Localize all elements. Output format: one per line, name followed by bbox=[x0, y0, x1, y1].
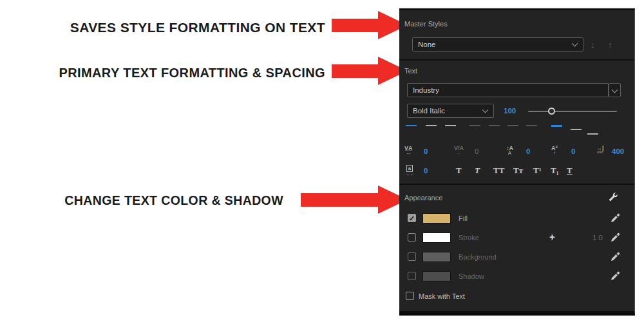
section-divider bbox=[399, 59, 634, 61]
font-family-value: Industry bbox=[413, 86, 439, 94]
tab-width-icon[interactable]: →|ᵐᵐ bbox=[596, 146, 604, 155]
tutorial-image: SAVES STYLE FORMATTING ON TEXT PRIMARY T… bbox=[0, 0, 644, 322]
background-checkbox[interactable] bbox=[408, 252, 416, 261]
faux-italic-button[interactable]: T bbox=[475, 166, 480, 176]
justify-last-right-icon[interactable] bbox=[507, 125, 518, 134]
chevron-down-icon bbox=[482, 107, 489, 113]
justify-last-center-icon[interactable] bbox=[489, 125, 500, 134]
annotation-text-formatting: PRIMARY TEXT FORMATTING & SPACING bbox=[0, 66, 325, 80]
section-divider bbox=[399, 184, 634, 185]
kerning-value: 0 bbox=[475, 147, 478, 155]
shadow-checkbox[interactable] bbox=[408, 272, 416, 280]
background-color-swatch[interactable] bbox=[422, 252, 451, 262]
push-style-up-icon[interactable]: ↑ bbox=[608, 40, 612, 50]
essential-graphics-panel: Master Styles None ↓ ↑ Text Industry Bol… bbox=[399, 8, 635, 316]
small-caps-button[interactable]: Tᴛ bbox=[513, 166, 523, 176]
kerning-icon: V/A← bbox=[454, 146, 464, 155]
eyedropper-icon[interactable] bbox=[611, 270, 620, 281]
font-style-value: Bold Italic bbox=[413, 107, 445, 115]
font-size-slider-handle[interactable] bbox=[548, 108, 555, 115]
stroke-checkbox[interactable] bbox=[408, 233, 416, 242]
appearance-section-label: Appearance bbox=[404, 194, 442, 202]
vertical-top-icon[interactable] bbox=[551, 125, 562, 134]
baseline-shift-icon[interactable]: Aª↑ bbox=[551, 146, 558, 155]
font-size-slider[interactable] bbox=[528, 111, 617, 112]
align-right-icon[interactable] bbox=[445, 125, 456, 134]
tracking-value[interactable]: 0 bbox=[424, 147, 428, 155]
mask-with-text-checkbox[interactable] bbox=[406, 292, 414, 300]
add-stroke-button[interactable]: + bbox=[549, 231, 555, 242]
leading-icon[interactable]: ↕AA bbox=[506, 146, 513, 155]
underline-button[interactable]: T bbox=[567, 166, 573, 176]
annotation-master-styles: SAVES STYLE FORMATTING ON TEXT bbox=[0, 20, 325, 35]
stroke-color-swatch[interactable] bbox=[422, 232, 451, 243]
baseline-shift-value[interactable]: 0 bbox=[571, 147, 575, 155]
chevron-down-icon bbox=[572, 41, 578, 47]
master-styles-section-label: Master Styles bbox=[404, 20, 448, 28]
eyedropper-icon[interactable] bbox=[611, 232, 620, 242]
font-family-dropdown-button[interactable] bbox=[609, 83, 621, 97]
text-section-label: Text bbox=[404, 67, 417, 75]
subscript-button[interactable]: T₁ bbox=[551, 166, 559, 176]
font-style-dropdown[interactable]: Bold Italic bbox=[407, 104, 494, 118]
font-size-value[interactable]: 100 bbox=[504, 107, 516, 115]
push-style-down-icon[interactable]: ↓ bbox=[591, 40, 595, 50]
faux-bold-button[interactable]: T bbox=[456, 166, 462, 176]
font-family-dropdown[interactable]: Industry bbox=[407, 83, 609, 97]
align-center-icon[interactable] bbox=[426, 125, 437, 134]
chevron-down-icon bbox=[612, 87, 618, 93]
vertical-bottom-icon[interactable] bbox=[587, 126, 598, 135]
wrench-icon[interactable] bbox=[608, 192, 618, 202]
fill-checkbox[interactable]: ✓ bbox=[408, 214, 416, 222]
background-row-label: Background bbox=[459, 253, 497, 261]
fill-color-swatch[interactable] bbox=[422, 213, 451, 223]
vertical-center-icon[interactable] bbox=[571, 125, 582, 134]
eyedropper-icon[interactable] bbox=[611, 213, 620, 223]
all-caps-button[interactable]: TT bbox=[493, 166, 504, 176]
fill-row-label: Fill bbox=[459, 214, 468, 222]
justify-all-icon[interactable] bbox=[526, 125, 537, 134]
leading-value[interactable]: 0 bbox=[526, 147, 530, 155]
stroke-width-value: 1.0 bbox=[592, 234, 603, 242]
stroke-row-label: Stroke bbox=[459, 234, 479, 242]
superscript-button[interactable]: T¹ bbox=[533, 166, 542, 176]
shadow-row-label: Shadow bbox=[459, 272, 484, 280]
eyedropper-icon[interactable] bbox=[611, 251, 620, 261]
shadow-color-swatch[interactable] bbox=[422, 271, 451, 281]
tab-width-value[interactable]: 400 bbox=[612, 147, 624, 155]
master-styles-dropdown-value: None bbox=[418, 41, 436, 48]
tracking-icon[interactable]: V̲A̲↔ bbox=[404, 146, 413, 155]
mask-with-text-label: Mask with Text bbox=[419, 292, 465, 300]
align-left-icon[interactable] bbox=[406, 125, 417, 134]
justify-last-left-icon[interactable] bbox=[469, 125, 480, 134]
master-styles-dropdown[interactable]: None bbox=[412, 37, 583, 52]
tsume-icon[interactable]: a→← bbox=[404, 165, 415, 176]
tsume-value[interactable]: 0 bbox=[424, 167, 428, 175]
annotation-appearance: CHANGE TEXT COLOR & SHADOW bbox=[0, 193, 283, 208]
